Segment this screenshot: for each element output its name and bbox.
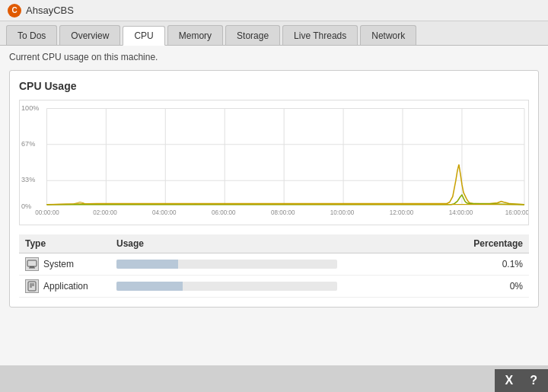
- system-label: System: [43, 259, 74, 269]
- main-content: Current CPU usage on this machine. CPU U…: [0, 46, 548, 365]
- col-usage: Usage: [110, 234, 460, 253]
- cpu-chart: 100% 67% 33% 0% 00:00: [20, 100, 528, 225]
- system-percentage: 0.1%: [460, 253, 529, 276]
- col-type: Type: [19, 234, 110, 253]
- tab-memory[interactable]: Memory: [167, 25, 223, 45]
- svg-rect-16: [28, 282, 36, 291]
- x-label-4: 08:00:00: [271, 209, 295, 216]
- table-header-row: Type Usage Percentage: [19, 234, 529, 253]
- y-label-33: 33%: [21, 176, 35, 183]
- cpu-panel: CPU Usage 100% 67% 33% 0%: [9, 70, 539, 308]
- application-usage-cell: [110, 276, 460, 298]
- chart-container: 100% 67% 33% 0% 00:00: [19, 100, 529, 225]
- tab-livethreads[interactable]: Live Threads: [282, 25, 358, 45]
- tab-storage[interactable]: Storage: [225, 25, 280, 45]
- system-usage-cell: [110, 253, 460, 276]
- system-progress-bar: [116, 260, 178, 269]
- cpu-panel-title: CPU Usage: [19, 80, 529, 92]
- close-button[interactable]: X: [501, 372, 518, 389]
- help-button[interactable]: ?: [525, 372, 542, 389]
- application-progress-bar: [116, 282, 183, 291]
- svg-rect-13: [27, 260, 37, 266]
- tab-cpu[interactable]: CPU: [123, 26, 164, 46]
- y-label-100: 100%: [21, 104, 39, 111]
- x-label-2: 04:00:00: [152, 209, 177, 216]
- app-logo: C: [8, 4, 21, 18]
- type-cell-application: Application: [19, 276, 110, 298]
- y-label-0: 0%: [21, 202, 31, 210]
- bottom-bar: X ?: [495, 369, 548, 392]
- usage-table: Type Usage Percentage: [19, 234, 529, 298]
- title-bar: C AhsayCBS: [0, 0, 548, 21]
- type-cell-system: System: [19, 253, 110, 276]
- col-percentage: Percentage: [460, 234, 529, 253]
- system-line: [46, 164, 524, 205]
- x-label-5: 10:00:00: [330, 209, 355, 216]
- x-label-0: 00:00:00: [35, 209, 59, 216]
- page-description: Current CPU usage on this machine.: [9, 52, 539, 62]
- tab-overview[interactable]: Overview: [59, 25, 120, 45]
- nav-bar: To Dos Overview CPU Memory Storage Live …: [0, 21, 548, 46]
- x-label-7: 14:00:00: [449, 209, 473, 216]
- svg-rect-15: [29, 268, 35, 269]
- x-label-6: 12:00:00: [390, 209, 414, 216]
- application-percentage: 0%: [460, 276, 529, 298]
- tab-network[interactable]: Network: [360, 25, 416, 45]
- app-title: AhsayCBS: [26, 5, 74, 16]
- svg-rect-14: [30, 266, 34, 268]
- application-icon: [25, 279, 39, 293]
- y-label-67: 67%: [21, 140, 35, 148]
- table-body: System 0.1%: [19, 253, 529, 298]
- x-label-3: 06:00:00: [212, 209, 236, 216]
- application-label: Application: [43, 281, 88, 292]
- system-icon: [25, 257, 39, 271]
- table-row: Application 0%: [19, 276, 529, 298]
- x-label-1: 02:00:00: [93, 209, 117, 216]
- tab-todos[interactable]: To Dos: [6, 25, 57, 45]
- x-label-8: 16:00:00: [505, 209, 528, 216]
- table-row: System 0.1%: [19, 253, 529, 276]
